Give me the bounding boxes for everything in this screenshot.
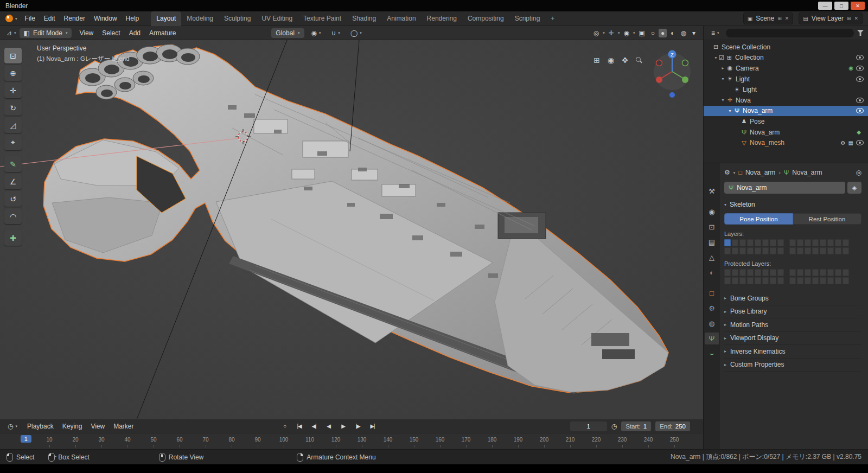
- roll-tool[interactable]: ↺: [4, 191, 22, 207]
- workspace-tab-modeling[interactable]: Modeling: [181, 11, 219, 26]
- viewport-menu-armature[interactable]: Armature: [145, 27, 180, 39]
- properties-tab-bone[interactable]: ⌣: [705, 348, 719, 360]
- outliner-row[interactable]: ▽Nova_mesh⚙▦: [704, 137, 868, 148]
- annotate-tool[interactable]: ✎: [4, 156, 22, 172]
- select-box-tool[interactable]: ⊡: [4, 48, 22, 63]
- layer-toggle[interactable]: [739, 239, 746, 246]
- skeleton-panel-header[interactable]: ▾ Skeleton: [724, 201, 861, 208]
- workspace-tab-compositing[interactable]: Compositing: [462, 11, 509, 26]
- layer-toggle[interactable]: [739, 269, 746, 276]
- pose-position-button[interactable]: Pose Position: [724, 213, 793, 225]
- workspace-tab-scripting[interactable]: Scripting: [509, 11, 546, 26]
- disclosure-closed-icon[interactable]: ▸: [720, 66, 726, 71]
- ship-model[interactable]: [0, 40, 703, 419]
- outliner-row[interactable]: ⊟Scene Collection: [704, 42, 868, 53]
- layer-toggle[interactable]: [724, 277, 731, 284]
- shading-solid-icon[interactable]: ●: [659, 29, 667, 37]
- layer-toggle[interactable]: [789, 247, 796, 254]
- layer-toggle[interactable]: [843, 277, 849, 284]
- layer-toggle[interactable]: [762, 269, 769, 276]
- layer-toggle[interactable]: [724, 269, 731, 276]
- layer-toggle[interactable]: [797, 247, 803, 254]
- shading-rendered-icon[interactable]: ◍: [678, 29, 688, 37]
- visibility-eye-icon[interactable]: [856, 66, 864, 71]
- layer-toggle[interactable]: [747, 277, 754, 284]
- layer-toggle[interactable]: [739, 247, 746, 254]
- layer-toggle[interactable]: [755, 277, 761, 284]
- layer-toggle[interactable]: [827, 247, 834, 254]
- workspace-tab-animation[interactable]: Animation: [381, 11, 421, 26]
- viewport-3d[interactable]: User Perspective (1) Nova_arm : Gレーザー L_…: [0, 40, 703, 419]
- zoom-view-icon[interactable]: [636, 57, 642, 63]
- play-button[interactable]: ▶: [337, 422, 350, 430]
- properties-tab-scene[interactable]: △: [705, 251, 719, 263]
- layer-toggle[interactable]: [820, 277, 826, 284]
- properties-tab-object[interactable]: □: [705, 287, 719, 299]
- panel-custom-properties[interactable]: ▸Custom Properties: [724, 359, 861, 372]
- layer-toggle[interactable]: [835, 269, 841, 276]
- layer-toggle[interactable]: [805, 277, 811, 284]
- properties-tab-output[interactable]: ⊡: [705, 221, 719, 233]
- properties-tab-render[interactable]: ◉: [705, 206, 719, 218]
- editor-type-dropdown[interactable]: ⊿ ▾: [3, 28, 20, 38]
- layer-toggle[interactable]: [812, 239, 819, 246]
- properties-editor-icon[interactable]: ⚙: [724, 169, 730, 176]
- measure-tool[interactable]: ∠: [4, 174, 22, 189]
- layer-toggle[interactable]: [770, 269, 776, 276]
- pin-icon[interactable]: ◎: [856, 169, 861, 176]
- viewport-menu-add[interactable]: Add: [125, 27, 145, 39]
- disclosure-open-icon[interactable]: ▾: [727, 108, 733, 113]
- close-button[interactable]: ✕: [851, 2, 865, 10]
- play-reverse-button[interactable]: ◀: [322, 422, 335, 430]
- layer-toggle[interactable]: [820, 269, 826, 276]
- disclosure-open-icon[interactable]: ▾: [713, 55, 719, 60]
- timeline-ruler[interactable]: 1 10203040506070809010011012013014015016…: [0, 433, 703, 449]
- layer-toggle[interactable]: [755, 247, 761, 254]
- timeline-menu-keying[interactable]: Keying: [58, 420, 87, 432]
- timeline-menu-marker[interactable]: Marker: [109, 420, 138, 432]
- panel-motion-paths[interactable]: ▸Motion Paths: [724, 318, 861, 332]
- layer-toggle[interactable]: [812, 269, 819, 276]
- viewport-menu-select[interactable]: Select: [98, 27, 124, 39]
- layer-toggle[interactable]: [732, 247, 738, 254]
- panel-bone-groups[interactable]: ▸Bone Groups: [724, 292, 861, 305]
- layer-toggle[interactable]: [789, 269, 796, 276]
- layer-toggle[interactable]: [805, 269, 811, 276]
- breadcrumb-object[interactable]: Nova_arm: [745, 169, 775, 176]
- viewport-menu-view[interactable]: View: [75, 27, 98, 39]
- new-view-layer-icon[interactable]: ⊞: [847, 16, 851, 21]
- properties-tab-physics[interactable]: ◍: [705, 317, 719, 329]
- workspace-tab-sculpting[interactable]: Sculpting: [219, 11, 256, 26]
- toggle-projection-icon[interactable]: ⊞: [593, 56, 600, 64]
- shading-material-icon[interactable]: ◐: [668, 29, 676, 37]
- previous-keyframe-button[interactable]: ◀|: [308, 422, 321, 430]
- outliner-row[interactable]: ▸◉Camera◉: [704, 63, 868, 74]
- workspace-tab-layout[interactable]: Layout: [151, 11, 181, 26]
- visibility-eye-icon[interactable]: [856, 98, 864, 103]
- layer-toggle[interactable]: [770, 239, 776, 246]
- panel-viewport-display[interactable]: ▸Viewport Display: [724, 332, 861, 346]
- menu-file[interactable]: File: [21, 12, 40, 25]
- navigation-gizmo[interactable]: Z: [648, 44, 697, 99]
- app-menu-button[interactable]: ▾: [0, 15, 21, 22]
- timeline-editor-dropdown[interactable]: ◷ ▾: [4, 421, 21, 431]
- layer-toggle[interactable]: [762, 239, 769, 246]
- transform-orientation-dropdown[interactable]: Global ▾: [271, 28, 304, 38]
- timeline-menu-playback[interactable]: Playback: [23, 420, 58, 432]
- menu-render[interactable]: Render: [60, 12, 90, 25]
- bone-envelope-tool[interactable]: ◠: [4, 208, 22, 224]
- layer-toggle[interactable]: [777, 277, 784, 284]
- transform-tool[interactable]: ⌖: [4, 135, 22, 150]
- outliner-row[interactable]: ▾ΨNova_arm: [704, 106, 868, 117]
- new-scene-icon[interactable]: ⊞: [777, 16, 782, 21]
- properties-tab-view-layer[interactable]: ▤: [705, 236, 719, 248]
- properties-tab-tool[interactable]: ⚒: [705, 185, 719, 197]
- scale-tool[interactable]: ◿: [4, 117, 22, 133]
- layer-toggle[interactable]: [770, 247, 776, 254]
- jump-to-end-button[interactable]: ▶|: [366, 422, 379, 430]
- breadcrumb-data[interactable]: Nova_arm: [792, 169, 822, 176]
- jump-to-start-button[interactable]: |◀: [293, 422, 306, 430]
- layer-toggle[interactable]: [789, 277, 796, 284]
- outliner-row[interactable]: ΨNova_arm◆: [704, 127, 868, 138]
- layer-toggle[interactable]: [755, 269, 761, 276]
